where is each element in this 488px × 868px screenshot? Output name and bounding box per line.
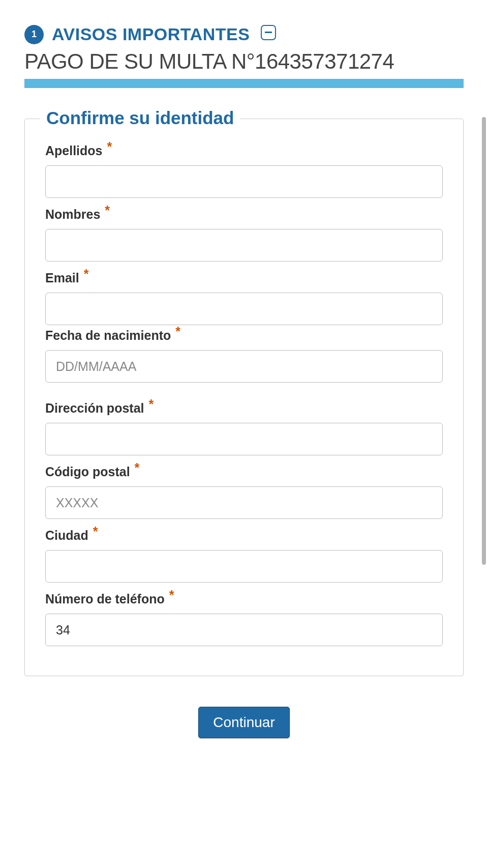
label-ciudad: Ciudad *: [45, 528, 443, 543]
required-icon: *: [107, 139, 112, 154]
label-text: Código postal: [45, 465, 130, 479]
label-text: Nombres: [45, 207, 100, 221]
required-icon: *: [135, 460, 140, 475]
field-direccion-postal: Dirección postal *: [45, 401, 443, 455]
input-apellidos[interactable]: [45, 165, 443, 198]
step-number: 1: [32, 29, 37, 40]
input-ciudad[interactable]: [45, 550, 443, 583]
actions-row: Continuar: [24, 697, 464, 738]
label-text: Email: [45, 271, 79, 285]
label-apellidos: Apellidos *: [45, 143, 443, 158]
input-direccion-postal[interactable]: [45, 423, 443, 455]
section-title: AVISOS IMPORTANTES: [52, 24, 250, 44]
required-icon: *: [105, 203, 110, 217]
required-icon: *: [84, 267, 89, 281]
input-fecha-nacimiento[interactable]: [45, 350, 443, 383]
minus-icon: [265, 32, 272, 33]
label-text: Fecha de nacimiento: [45, 328, 171, 342]
section-header: 1 AVISOS IMPORTANTES: [24, 24, 464, 44]
input-nombres[interactable]: [45, 229, 443, 262]
identity-fieldset: Confirme su identidad Apellidos * Nombre…: [24, 119, 464, 676]
required-icon: *: [148, 397, 154, 411]
label-codigo-postal: Código postal *: [45, 465, 443, 479]
field-telefono: Número de teléfono *: [45, 592, 443, 646]
input-email[interactable]: [45, 293, 443, 325]
scrollbar-thumb[interactable]: [482, 117, 486, 565]
label-telefono: Número de teléfono *: [45, 592, 443, 606]
title-divider: [24, 79, 464, 88]
input-telefono[interactable]: [45, 614, 443, 646]
step-badge: 1: [24, 25, 44, 44]
fieldset-legend: Confirme su identidad: [40, 108, 240, 128]
label-text: Ciudad: [45, 528, 88, 542]
field-apellidos: Apellidos *: [45, 143, 443, 198]
label-direccion-postal: Dirección postal *: [45, 401, 443, 416]
label-nombres: Nombres *: [45, 207, 443, 222]
page-title: PAGO DE SU MULTA N°164357371274: [24, 49, 464, 74]
label-text: Apellidos: [45, 143, 103, 158]
label-fecha-nacimiento: Fecha de nacimiento *: [45, 328, 443, 343]
collapse-icon[interactable]: [261, 25, 276, 40]
input-codigo-postal[interactable]: [45, 486, 443, 519]
field-fecha-nacimiento: Fecha de nacimiento *: [45, 328, 443, 383]
label-text: Número de teléfono: [45, 592, 165, 606]
required-icon: *: [175, 324, 180, 338]
label-email: Email *: [45, 271, 443, 285]
field-ciudad: Ciudad *: [45, 528, 443, 583]
label-text: Dirección postal: [45, 401, 144, 415]
continue-button[interactable]: Continuar: [198, 707, 289, 738]
field-codigo-postal: Código postal *: [45, 465, 443, 519]
required-icon: *: [93, 524, 98, 538]
required-icon: *: [169, 588, 174, 602]
field-email: Email *: [45, 271, 443, 325]
field-nombres: Nombres *: [45, 207, 443, 262]
